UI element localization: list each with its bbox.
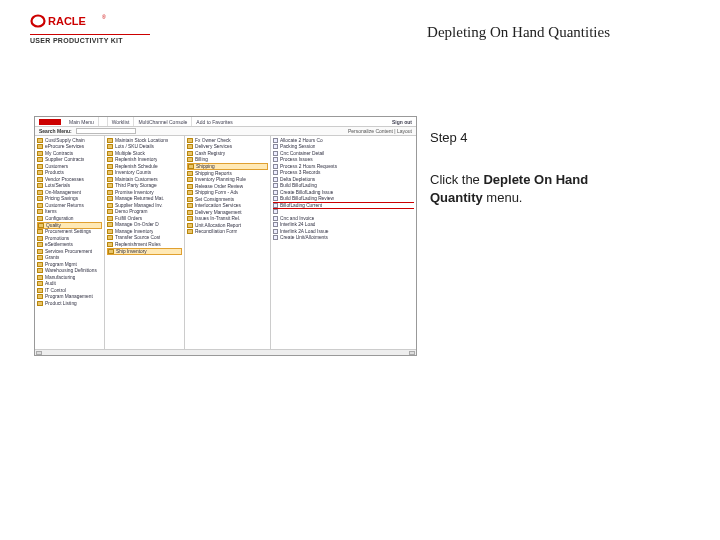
instr-post: menu.	[483, 190, 523, 205]
menu-col-2: Fx Owner CheckDelivery ServicesCash Regi…	[185, 136, 271, 349]
menu-item-label: Third Party Storage	[115, 183, 157, 188]
menu-item-label: Manufacturing	[45, 275, 75, 280]
folder-icon	[107, 242, 113, 247]
folder-icon	[107, 203, 113, 208]
folder-icon	[107, 183, 113, 188]
menu-item-label: eSettlements	[45, 242, 73, 247]
folder-icon	[37, 190, 43, 195]
menu-item[interactable]: Create Unit/Allotments	[273, 235, 414, 242]
menu-item-label: Multiple Stock	[115, 151, 145, 156]
menu-item-label: Items	[45, 209, 57, 214]
menu-item-label: Maintain Stock Locations	[115, 138, 168, 143]
svg-point-0	[32, 16, 45, 27]
menu-col-0: Cust/Supply ChaineProcure ServicesMy Con…	[35, 136, 105, 349]
menu-item-label: Issues In-Transit Rel.	[195, 216, 240, 221]
instr-pre: Click the	[430, 172, 483, 187]
scroll-left-icon[interactable]	[36, 351, 42, 355]
menu-item-label: Promise Inventory	[115, 190, 154, 195]
menu-item[interactable]: Ship Inventory	[107, 248, 182, 255]
menu-item-label: Configuration	[45, 216, 74, 221]
menu-item-label: Vendor Processes	[45, 177, 84, 182]
folder-icon	[37, 294, 43, 299]
horizontal-scrollbar[interactable]	[35, 349, 416, 355]
folder-icon	[37, 281, 43, 286]
page-icon	[273, 183, 278, 188]
svg-text:RACLE: RACLE	[48, 15, 86, 27]
menu-item-label: Release Order Review	[195, 184, 243, 189]
menu-item-label: Lots / SKU Details	[115, 144, 154, 149]
menu-item-label: Product Listing	[45, 301, 77, 306]
step-label: Step 4	[430, 130, 630, 145]
folder-icon	[187, 177, 193, 182]
menu-item-label: Supplier Contracts	[45, 157, 84, 162]
page-icon	[273, 196, 278, 201]
menu-item-label: Replenish Inventory	[115, 157, 157, 162]
step-instruction: Click the Deplete On Hand Quantity menu.	[430, 171, 630, 206]
menu-item-label: Customers	[45, 164, 68, 169]
menu-col-3: Allocate 2 Hours CoPacking SessionCnc Co…	[271, 136, 416, 349]
page-icon	[273, 229, 278, 234]
page-icon	[273, 216, 278, 221]
folder-icon	[187, 197, 193, 202]
menu-item-label: Products	[45, 170, 64, 175]
folder-icon	[37, 144, 43, 149]
logo-divider	[30, 34, 150, 35]
menu-item-label: Services Procurement	[45, 249, 92, 254]
menu-item[interactable]: Warehousing Definitions	[37, 268, 102, 275]
menu-item[interactable]: Product Listing	[37, 300, 102, 307]
topbar-signout[interactable]: Sign out	[392, 119, 416, 125]
folder-icon	[37, 229, 43, 234]
topbar-worklist[interactable]: Worklist	[108, 117, 135, 126]
folder-icon	[37, 249, 43, 254]
menu-item-label: eProcure Services	[45, 144, 84, 149]
folder-icon	[38, 223, 44, 228]
folder-icon	[37, 262, 43, 267]
app-top-bar: Main Menu Worklist MultiChannel Console …	[35, 117, 416, 127]
menu-item[interactable]: Shipping	[187, 163, 268, 170]
menu-item-label: Manage On-Order D	[115, 222, 159, 227]
folder-icon	[37, 275, 43, 280]
menu-item-label: Customer Returns	[45, 203, 84, 208]
topbar-multichannel[interactable]: MultiChannel Console	[134, 117, 192, 126]
page-icon	[273, 235, 278, 240]
menu-item-label: Procurement Settings	[45, 229, 91, 234]
menu-item-label: BillofLading Current	[280, 203, 322, 208]
folder-icon	[187, 184, 193, 189]
menu-item-label: Billing	[195, 157, 208, 162]
folder-icon	[37, 236, 43, 241]
menu-item[interactable]: Program Management	[37, 294, 102, 301]
menu-item[interactable]: Reconciliation Form	[187, 229, 268, 236]
folder-icon	[187, 157, 193, 162]
menu-item-label: Interlocation Services	[195, 203, 241, 208]
folder-icon	[37, 170, 43, 175]
folder-icon	[107, 157, 113, 162]
menu-item-label: Delta Depletions	[280, 177, 315, 182]
menu-item-label: Cash Registry	[195, 151, 225, 156]
folder-icon	[37, 157, 43, 162]
folder-icon	[107, 144, 113, 149]
menu-item-label: Process 2 Hours Requests	[280, 164, 337, 169]
folder-icon	[187, 151, 193, 156]
folder-icon	[107, 196, 113, 201]
menu-item-label: Cnc and Invoice	[280, 216, 314, 221]
personalize-link[interactable]: Personalize Content | Layout	[348, 128, 416, 134]
topbar-mainmenu[interactable]: Main Menu	[65, 117, 99, 126]
menu-item-label: Set Consignments	[195, 197, 234, 202]
menu-item-label: Build BillofLading Review	[280, 196, 334, 201]
folder-icon	[187, 171, 193, 176]
folder-icon	[37, 183, 43, 188]
svg-text:®: ®	[102, 14, 106, 20]
folder-icon	[37, 242, 43, 247]
folder-icon	[107, 222, 113, 227]
search-menu-input[interactable]	[76, 128, 136, 134]
folder-icon	[108, 249, 114, 254]
menu-item-label: Shipping	[196, 164, 215, 169]
topbar-favorites[interactable]: Add to Favorites	[192, 117, 236, 126]
folder-icon	[107, 190, 113, 195]
folder-icon	[107, 209, 113, 214]
menu-item[interactable]: Quality	[37, 222, 102, 229]
page-icon	[273, 157, 278, 162]
scroll-right-icon[interactable]	[409, 351, 415, 355]
folder-icon	[37, 288, 43, 293]
folder-icon	[187, 190, 193, 195]
